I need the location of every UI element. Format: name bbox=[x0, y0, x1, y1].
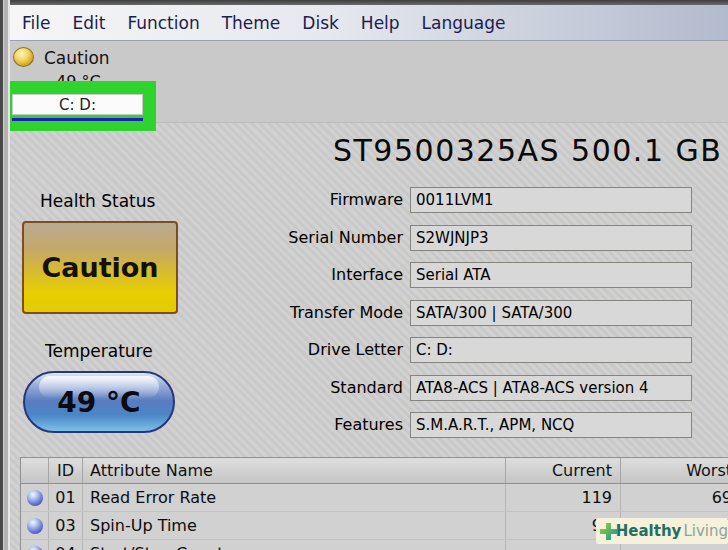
field-value: ATA8-ACS | ATA8-ACS version 4 bbox=[410, 375, 692, 401]
cell-attribute-name: Spin-Up Time bbox=[83, 512, 506, 539]
drive-letters-tab[interactable]: C: D: bbox=[12, 94, 143, 115]
field-label: Drive Letter bbox=[203, 337, 403, 363]
menu-theme[interactable]: Theme bbox=[211, 9, 292, 37]
cell-attribute-name: Read Error Rate bbox=[83, 484, 506, 511]
header-id[interactable]: ID bbox=[49, 458, 83, 483]
watermark-bold-text: Healthy bbox=[616, 522, 682, 540]
good-status-icon bbox=[27, 490, 43, 506]
health-status-label: Health Status bbox=[40, 191, 155, 211]
annotation-highlight-box: C: D: bbox=[3, 81, 156, 131]
plus-cross-icon bbox=[600, 523, 613, 540]
temperature-label: Temperature bbox=[45, 341, 153, 361]
cell-id: 03 bbox=[49, 512, 83, 539]
temperature-value: 49 °C bbox=[57, 386, 140, 419]
cell-id: 01 bbox=[49, 484, 83, 511]
caution-lamp-icon bbox=[13, 47, 34, 67]
cell-id: 04 bbox=[49, 540, 83, 550]
field-value: SATA/300 | SATA/300 bbox=[410, 300, 692, 326]
table-header-row: ID Attribute Name Current Worst bbox=[21, 458, 728, 484]
menu-file[interactable]: File bbox=[11, 9, 61, 37]
healthy-living-watermark: Healthy Living bbox=[596, 518, 728, 544]
good-status-icon bbox=[27, 546, 43, 550]
field-label: Firmware bbox=[203, 187, 403, 213]
drive-model-title: ST9500325AS 500.1 GB bbox=[333, 133, 728, 168]
cell-worst: 69 bbox=[621, 484, 728, 511]
table-row[interactable]: 01 Read Error Rate 119 69 bbox=[21, 484, 728, 512]
temperature-button[interactable]: 49 °C bbox=[23, 371, 175, 433]
menu-edit[interactable]: Edit bbox=[61, 9, 116, 37]
field-value: S.M.A.R.T., APM, NCQ bbox=[410, 412, 692, 438]
main-panel: ST9500325AS 500.1 GB Firmware 0011LVM1 S… bbox=[10, 122, 728, 550]
cell-attribute-name: Start/Stop Count bbox=[83, 540, 506, 550]
menu-disk[interactable]: Disk bbox=[291, 9, 350, 37]
drive-tab-underline bbox=[12, 118, 143, 121]
window-left-border bbox=[0, 0, 10, 550]
header-status-icon-col[interactable] bbox=[21, 458, 49, 483]
menu-help[interactable]: Help bbox=[350, 9, 411, 37]
good-status-icon bbox=[27, 518, 43, 534]
field-value: S2WJNJP3 bbox=[410, 225, 692, 251]
field-value: Serial ATA bbox=[410, 262, 692, 288]
header-attribute-name[interactable]: Attribute Name bbox=[83, 458, 506, 483]
window-top-border bbox=[0, 0, 728, 5]
cell-current: 119 bbox=[506, 484, 621, 511]
field-label: Interface bbox=[203, 262, 403, 288]
menu-bar: File Edit Function Theme Disk Help Langu… bbox=[3, 5, 728, 41]
field-label: Transfer Mode bbox=[203, 300, 403, 326]
disk-status-text: Caution bbox=[44, 48, 110, 68]
field-label: Serial Number bbox=[203, 225, 403, 251]
menu-language[interactable]: Language bbox=[411, 9, 517, 37]
field-value: C: D: bbox=[410, 337, 692, 363]
field-label: Standard bbox=[203, 375, 403, 401]
health-status-button[interactable]: Caution bbox=[22, 221, 178, 314]
header-current[interactable]: Current bbox=[506, 458, 621, 483]
menu-function[interactable]: Function bbox=[116, 9, 210, 37]
header-worst[interactable]: Worst bbox=[621, 458, 728, 483]
field-value: 0011LVM1 bbox=[410, 187, 692, 213]
watermark-light-text: Living bbox=[683, 522, 728, 540]
field-label: Features bbox=[203, 412, 403, 438]
